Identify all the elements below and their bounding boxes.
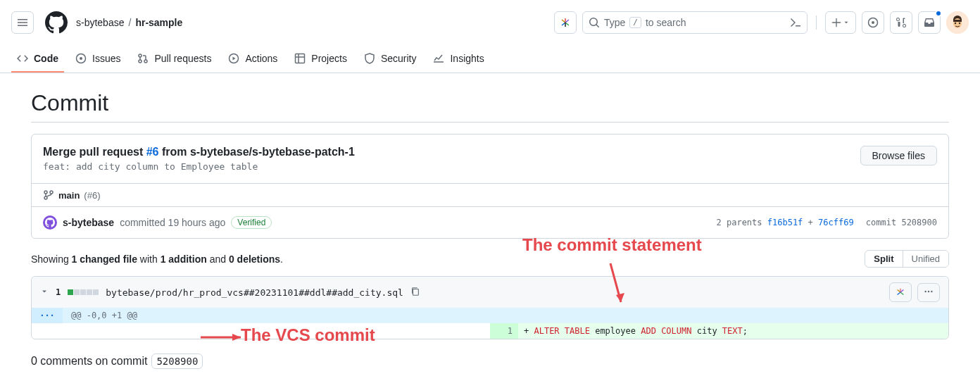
commit-box: Merge pull request #6 from s-bytebase/s-…	[31, 134, 949, 239]
parents-label: 2 parents	[717, 218, 767, 227]
svg-point-1	[872, 21, 874, 24]
tab-issues[interactable]: Issues	[70, 45, 126, 73]
commit-sha: 5208900	[901, 218, 937, 227]
tab-issues-label: Issues	[92, 53, 120, 64]
plus-icon	[831, 18, 841, 27]
file-diff: 1 bytebase/prod/hr_prod_vcs##20231101##d…	[31, 276, 949, 339]
collapse-file-button[interactable]	[40, 287, 49, 298]
search-icon	[589, 17, 600, 28]
pr-icon	[896, 17, 907, 28]
svg-point-17	[50, 191, 53, 194]
svg-point-19	[924, 290, 926, 292]
file-menu-button[interactable]	[917, 283, 940, 302]
branch-name[interactable]: main	[58, 190, 80, 201]
pull-requests-button[interactable]	[890, 11, 912, 34]
code-icon	[17, 53, 28, 64]
tab-pulls-label: Pull requests	[154, 53, 211, 64]
diffstat	[68, 289, 99, 295]
shield-icon	[364, 53, 375, 64]
tab-code[interactable]: Code	[11, 45, 64, 73]
comments-header: 0 comments on commit 5208900	[31, 353, 949, 369]
browse-files-button[interactable]: Browse files	[860, 146, 937, 165]
svg-rect-5	[953, 20, 962, 22]
pr-ref[interactable]: (#6)	[84, 190, 100, 201]
svg-rect-18	[413, 289, 418, 295]
diff-line: 1 + ALTER TABLE employee ADD COLUMN city…	[32, 323, 948, 339]
notification-dot	[935, 10, 942, 17]
issue-icon	[75, 53, 87, 64]
diff-view-toggle: Split Unified	[865, 250, 949, 268]
inbox-icon	[924, 17, 935, 28]
user-avatar[interactable]	[946, 11, 969, 34]
svg-point-16	[44, 196, 47, 199]
files-count[interactable]: 1 changed file	[72, 254, 137, 265]
hamburger-menu[interactable]	[11, 11, 34, 34]
svg-point-15	[44, 191, 47, 194]
create-new-button[interactable]	[825, 11, 856, 34]
repo-link[interactable]: hr-sample	[135, 17, 182, 28]
parent-sha-2[interactable]: 76cff69	[818, 218, 854, 227]
svg-point-10	[139, 54, 142, 57]
owner-link[interactable]: s-bytebase	[76, 17, 124, 28]
repo-tabs: Code Issues Pull requests Actions Projec…	[0, 45, 980, 73]
parent-sha-1[interactable]: f16b51f	[767, 218, 803, 227]
breadcrumb-separator: /	[128, 17, 131, 28]
additions-count: 1 addition	[161, 254, 207, 265]
table-icon	[294, 53, 306, 64]
svg-point-12	[144, 60, 147, 63]
tab-pulls[interactable]: Pull requests	[132, 45, 217, 73]
chevron-down-icon	[40, 287, 49, 296]
caret-down-icon	[843, 19, 850, 26]
svg-rect-14	[296, 54, 305, 63]
search-key: /	[629, 17, 641, 28]
tab-projects-label: Projects	[311, 53, 347, 64]
branch-row: main (#6)	[32, 183, 948, 206]
file-change-count: 1	[56, 287, 61, 297]
search-input[interactable]: Type / to search	[582, 11, 808, 34]
pr-link[interactable]: #6	[146, 146, 159, 158]
commit-meta: 2 parents f16b51f + 76cff69 commit 52089…	[717, 218, 937, 227]
github-logo[interactable]	[45, 11, 68, 34]
copy-icon	[410, 287, 420, 296]
author-name[interactable]: s-bytebase	[63, 217, 114, 228]
verified-badge[interactable]: Verified	[231, 216, 272, 229]
sha-plus: +	[803, 218, 818, 227]
issues-tray-button[interactable]	[862, 11, 884, 34]
comments-text: 0 comments on commit	[31, 355, 147, 368]
tab-insights[interactable]: Insights	[427, 45, 489, 73]
search-text-prefix: Type	[604, 17, 625, 28]
page-title: Commit	[31, 90, 949, 123]
copilot-file-button[interactable]	[889, 282, 912, 302]
commit-sha-label: commit	[866, 218, 902, 227]
comments-sha: 5208900	[151, 353, 203, 369]
separator	[816, 15, 817, 30]
diff-summary: Showing 1 changed file with 1 addition a…	[31, 254, 283, 265]
commit-description: feat: add city column to Employee table	[43, 161, 355, 172]
tab-projects[interactable]: Projects	[289, 45, 353, 73]
svg-point-9	[80, 57, 82, 60]
copilot-button[interactable]	[554, 11, 577, 34]
svg-point-21	[931, 290, 932, 292]
tab-insights-label: Insights	[450, 53, 484, 64]
deletions-count: 0 deletions	[229, 254, 280, 265]
author-info: s-bytebase committed 19 hours ago Verifi…	[43, 215, 272, 230]
commit-title-suffix: from s-bytebase/s-bytebase-patch-1	[159, 146, 355, 158]
branch-icon	[43, 189, 54, 201]
command-palette-icon	[790, 17, 801, 28]
copy-path-button[interactable]	[410, 287, 420, 299]
tab-security[interactable]: Security	[358, 45, 422, 73]
issue-icon	[867, 17, 879, 28]
split-view-button[interactable]: Split	[865, 251, 903, 267]
hunk-header: ··· @@ -0,0 +1 @@	[32, 308, 948, 323]
svg-point-20	[928, 290, 929, 292]
svg-point-7	[959, 22, 960, 23]
expand-hunk-button[interactable]: ···	[32, 308, 63, 323]
file-path[interactable]: bytebase/prod/hr_prod_vcs##20231101##ddl…	[106, 287, 403, 298]
author-avatar[interactable]	[43, 215, 57, 230]
tab-actions[interactable]: Actions	[222, 45, 283, 73]
breadcrumb: s-bytebase / hr-sample	[76, 17, 182, 28]
svg-point-11	[139, 60, 142, 63]
play-icon	[228, 53, 239, 64]
hunk-text: @@ -0,0 +1 @@	[63, 308, 146, 323]
unified-view-button[interactable]: Unified	[903, 251, 948, 267]
